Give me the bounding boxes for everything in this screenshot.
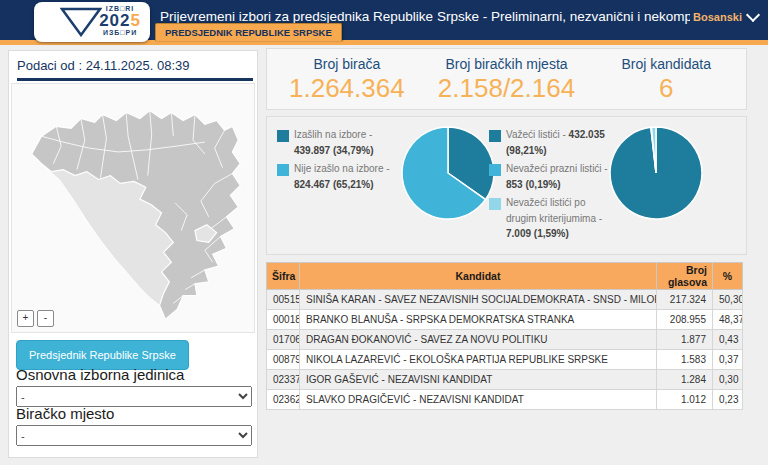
candidate-code: 01706: [267, 330, 300, 350]
candidate-percent: 0,43: [713, 330, 743, 350]
legend-swatch: [489, 130, 501, 142]
logo-bottom-text: ИЗБ□РИ: [99, 29, 141, 36]
language-label: Bosanski: [693, 11, 742, 23]
stat-candidates: Broj kandidata 6: [586, 49, 746, 109]
stat-voters-value: 1.264.364: [267, 73, 427, 104]
table-row: 00018BRANKO BLANUŠA - SRPSKA DEMOKRATSKA…: [267, 310, 743, 330]
legend-label: Nevažeći listići po drugim kriterijumima…: [506, 197, 602, 224]
polling-station-label: Biračko mjesto: [16, 405, 114, 422]
turnout-legend: Izašlih na izbore - 439.897 (34,79%)Nije…: [277, 127, 403, 195]
stat-voters-label: Broj birača: [267, 56, 427, 72]
table-row: 00515SINIŠA KARAN - SAVEZ NEZAVISNIH SOC…: [267, 290, 743, 310]
izbori-2025-logo: IZB□RI 2025 ИЗБ□РИ: [34, 2, 150, 42]
ballots-legend: Važeći listići - 432.035 (98,21%)Nevažeć…: [489, 127, 609, 245]
legend-swatch: [277, 130, 289, 142]
candidate-votes: 1.284: [657, 370, 713, 390]
stat-voters: Broj birača 1.264.364: [267, 49, 427, 109]
ballots-pie-chart: [608, 125, 704, 221]
candidate-code: 00515: [267, 290, 300, 310]
turnout-pie-chart: [400, 125, 496, 221]
data-as-of: Podaci od : 24.11.2025. 08:39: [17, 58, 253, 81]
zoom-out-button[interactable]: -: [37, 310, 54, 327]
column-header-sifra[interactable]: Šifra: [267, 263, 300, 290]
logo-year-text: 2025: [99, 12, 141, 29]
stats-panel: Broj birača 1.264.364 Broj biračkih mjes…: [266, 48, 747, 110]
candidate-percent: 50,30: [713, 290, 743, 310]
legend-value: 824.467 (65,21%): [294, 179, 374, 190]
candidate-votes: 208.955: [657, 310, 713, 330]
table-row: 00879NIKOLA LAZAREVIĆ - EKOLOŠKA PARTIJA…: [267, 350, 743, 370]
legend-label: Nije izašlo na izbore -: [294, 163, 390, 174]
candidate-code: 02337: [267, 370, 300, 390]
candidate-percent: 48,37: [713, 310, 743, 330]
column-header-kandidat[interactable]: Kandidat: [300, 263, 657, 290]
stat-candidates-label: Broj kandidata: [586, 56, 746, 72]
legend-value: 439.897 (34,79%): [294, 145, 374, 156]
chevron-down-icon: [746, 8, 760, 22]
results-table: Šifra Kandidat Broj glasova % 00515SINIŠ…: [266, 262, 743, 410]
legend-item: Izašlih na izbore - 439.897 (34,79%): [277, 127, 403, 158]
charts-panel: Izašlih na izbore - 439.897 (34,79%)Nije…: [266, 116, 747, 255]
results-table-header-row: Šifra Kandidat Broj glasova %: [267, 263, 743, 290]
candidate-votes: 1.012: [657, 390, 713, 410]
legend-swatch: [489, 198, 501, 210]
candidate-votes: 1.877: [657, 330, 713, 350]
ballot-funnel-icon: [60, 7, 102, 37]
candidate-name: BRANKO BLANUŠA - SRPSKA DEMOKRATSKA STRA…: [300, 310, 657, 330]
stat-candidates-value: 6: [586, 73, 746, 104]
candidate-votes: 1.583: [657, 350, 713, 370]
language-selector[interactable]: Bosanski: [693, 11, 758, 23]
candidate-code: 02362: [267, 390, 300, 410]
column-header-percent[interactable]: %: [713, 263, 743, 290]
legend-item: Nije izašlo na izbore - 824.467 (65,21%): [277, 161, 403, 192]
legend-item: Nevažeći listići po drugim kriterijumima…: [489, 195, 609, 242]
stat-polling-stations-label: Broj biračkih mjesta: [427, 56, 587, 72]
legend-item: Nevažeći prazni listići - 853 (0,19%): [489, 161, 609, 192]
stat-polling-stations-value: 2.158/2.164: [427, 73, 587, 104]
stat-polling-stations: Broj biračkih mjesta 2.158/2.164: [427, 49, 587, 109]
candidate-name: IGOR GAŠEVIĆ - NEZAVISNI KANDIDAT: [300, 370, 657, 390]
legend-value: 853 (0,19%): [506, 179, 560, 190]
sidebar: Podaci od : 24.11.2025. 08:39: [8, 50, 258, 458]
legend-swatch: [277, 164, 289, 176]
map-zoom-controls: + -: [17, 310, 54, 327]
table-row: 02337IGOR GAŠEVIĆ - NEZAVISNI KANDIDAT1.…: [267, 370, 743, 390]
legend-label: Važeći listići -: [506, 129, 569, 140]
electoral-unit-select[interactable]: -: [16, 386, 252, 407]
table-row: 01706DRAGAN ĐOKANOVIĆ - SAVEZ ZA NOVU PO…: [267, 330, 743, 350]
legend-label: Izašlih na izbore -: [294, 129, 372, 140]
race-tab[interactable]: PREDSJEDNIK REPUBLIKE SRPSKE: [155, 23, 342, 41]
legend-swatch: [489, 164, 501, 176]
candidate-name: SLAVKO DRAGIČEVIĆ - NEZAVISNI KANDIDAT: [300, 390, 657, 410]
legend-item: Važeći listići - 432.035 (98,21%): [489, 127, 609, 158]
candidate-name: DRAGAN ĐOKANOVIĆ - SAVEZ ZA NOVU POLITIK…: [300, 330, 657, 350]
candidate-name: SINIŠA KARAN - SAVEZ NEZAVISNIH SOCIJALD…: [300, 290, 657, 310]
logo-text: IZB□RI 2025 ИЗБ□РИ: [99, 5, 141, 36]
candidate-code: 00879: [267, 350, 300, 370]
map-panel: + -: [11, 83, 255, 333]
electoral-unit-label: Osnovna izborna jedinica: [16, 366, 184, 383]
legend-label: Nevažeći prazni listići -: [506, 163, 608, 174]
candidate-percent: 0,23: [713, 390, 743, 410]
candidate-code: 00018: [267, 310, 300, 330]
polling-station-select[interactable]: -: [16, 425, 252, 446]
candidate-percent: 0,37: [713, 350, 743, 370]
column-header-broj-glasova[interactable]: Broj glasova: [657, 263, 713, 290]
candidate-percent: 0,30: [713, 370, 743, 390]
page-title: Prijevremeni izbori za predsjednika Repu…: [160, 9, 690, 24]
page: IZB□RI 2025 ИЗБ□РИ Prijevremeni izbori z…: [0, 0, 768, 465]
zoom-in-button[interactable]: +: [17, 310, 34, 327]
bosnia-map[interactable]: [12, 84, 254, 332]
legend-value: 7.009 (1,59%): [506, 228, 569, 239]
candidate-name: NIKOLA LAZAREVIĆ - EKOLOŠKA PARTIJA REPU…: [300, 350, 657, 370]
table-row: 02362SLAVKO DRAGIČEVIĆ - NEZAVISNI KANDI…: [267, 390, 743, 410]
results-table-body: 00515SINIŠA KARAN - SAVEZ NEZAVISNIH SOC…: [267, 290, 743, 410]
candidate-votes: 217.324: [657, 290, 713, 310]
